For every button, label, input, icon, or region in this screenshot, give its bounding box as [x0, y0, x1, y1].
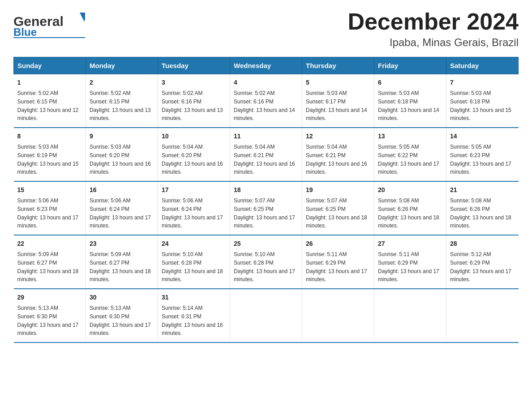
calendar-cell: 15 Sunrise: 5:06 AMSunset: 6:23 PMDaylig…	[14, 181, 86, 235]
day-number: 8	[17, 132, 82, 141]
day-info: Sunrise: 5:07 AMSunset: 6:25 PMDaylight:…	[306, 197, 367, 229]
day-info: Sunrise: 5:02 AMSunset: 6:15 PMDaylight:…	[90, 90, 151, 121]
weekday-header: Tuesday	[158, 57, 230, 74]
calendar-cell	[446, 289, 519, 342]
calendar-cell: 29 Sunrise: 5:13 AMSunset: 6:30 PMDaylig…	[14, 289, 86, 342]
calendar-cell: 7 Sunrise: 5:03 AMSunset: 6:18 PMDayligh…	[446, 74, 519, 128]
day-info: Sunrise: 5:14 AMSunset: 6:31 PMDaylight:…	[162, 305, 223, 336]
calendar-cell: 16 Sunrise: 5:06 AMSunset: 6:24 PMDaylig…	[86, 181, 158, 235]
day-number: 16	[90, 185, 154, 195]
calendar-week-row: 22 Sunrise: 5:09 AMSunset: 6:27 PMDaylig…	[14, 235, 519, 289]
day-info: Sunrise: 5:10 AMSunset: 6:28 PMDaylight:…	[234, 251, 295, 283]
day-number: 11	[234, 132, 298, 141]
page-subtitle: Ipaba, Minas Gerais, Brazil	[348, 36, 519, 49]
day-number: 24	[162, 239, 226, 248]
title-block: December 2024 Ipaba, Minas Gerais, Brazi…	[348, 9, 519, 49]
weekday-header-row: SundayMondayTuesdayWednesdayThursdayFrid…	[14, 57, 519, 74]
calendar-cell: 9 Sunrise: 5:03 AMSunset: 6:20 PMDayligh…	[86, 128, 158, 181]
day-info: Sunrise: 5:04 AMSunset: 6:21 PMDaylight:…	[306, 144, 367, 175]
day-info: Sunrise: 5:03 AMSunset: 6:17 PMDaylight:…	[306, 90, 367, 121]
day-info: Sunrise: 5:03 AMSunset: 6:19 PMDaylight:…	[17, 144, 79, 175]
day-number: 13	[378, 132, 442, 141]
day-info: Sunrise: 5:08 AMSunset: 6:26 PMDaylight:…	[450, 197, 511, 229]
day-info: Sunrise: 5:04 AMSunset: 6:21 PMDaylight:…	[234, 144, 295, 175]
calendar-cell: 13 Sunrise: 5:05 AMSunset: 6:22 PMDaylig…	[374, 128, 446, 181]
calendar-cell: 23 Sunrise: 5:09 AMSunset: 6:27 PMDaylig…	[86, 235, 158, 289]
calendar-cell	[374, 289, 446, 342]
day-number: 14	[450, 132, 515, 141]
calendar-cell: 11 Sunrise: 5:04 AMSunset: 6:21 PMDaylig…	[230, 128, 302, 181]
calendar-cell: 5 Sunrise: 5:03 AMSunset: 6:17 PMDayligh…	[302, 74, 374, 128]
calendar-cell: 31 Sunrise: 5:14 AMSunset: 6:31 PMDaylig…	[158, 289, 230, 342]
day-info: Sunrise: 5:10 AMSunset: 6:28 PMDaylight:…	[162, 251, 223, 283]
weekday-header: Sunday	[14, 57, 86, 74]
day-info: Sunrise: 5:02 AMSunset: 6:15 PMDaylight:…	[17, 90, 79, 121]
day-number: 12	[306, 132, 370, 141]
day-info: Sunrise: 5:07 AMSunset: 6:25 PMDaylight:…	[234, 197, 295, 229]
page-header: General Blue December 2024 Ipaba, Minas …	[13, 9, 519, 49]
day-number: 17	[162, 185, 226, 195]
day-number: 9	[90, 132, 154, 141]
calendar-cell: 14 Sunrise: 5:05 AMSunset: 6:23 PMDaylig…	[446, 128, 519, 181]
day-info: Sunrise: 5:03 AMSunset: 6:20 PMDaylight:…	[90, 144, 151, 175]
day-info: Sunrise: 5:12 AMSunset: 6:29 PMDaylight:…	[450, 251, 511, 283]
day-info: Sunrise: 5:05 AMSunset: 6:23 PMDaylight:…	[450, 144, 511, 175]
day-info: Sunrise: 5:09 AMSunset: 6:27 PMDaylight:…	[17, 251, 79, 283]
day-number: 5	[306, 78, 370, 87]
day-number: 18	[234, 185, 298, 195]
day-number: 29	[17, 293, 82, 302]
day-info: Sunrise: 5:11 AMSunset: 6:29 PMDaylight:…	[306, 251, 367, 283]
day-number: 6	[378, 78, 442, 87]
day-number: 28	[450, 239, 515, 248]
calendar-cell: 4 Sunrise: 5:02 AMSunset: 6:16 PMDayligh…	[230, 74, 302, 128]
day-number: 15	[17, 185, 82, 195]
calendar-cell: 1 Sunrise: 5:02 AMSunset: 6:15 PMDayligh…	[14, 74, 86, 128]
day-info: Sunrise: 5:09 AMSunset: 6:27 PMDaylight:…	[90, 251, 151, 283]
calendar-cell: 26 Sunrise: 5:11 AMSunset: 6:29 PMDaylig…	[302, 235, 374, 289]
day-info: Sunrise: 5:05 AMSunset: 6:22 PMDaylight:…	[378, 144, 439, 175]
day-number: 1	[17, 78, 82, 87]
day-number: 23	[90, 239, 154, 248]
calendar-cell: 8 Sunrise: 5:03 AMSunset: 6:19 PMDayligh…	[14, 128, 86, 181]
calendar-cell: 10 Sunrise: 5:04 AMSunset: 6:20 PMDaylig…	[158, 128, 230, 181]
day-info: Sunrise: 5:13 AMSunset: 6:30 PMDaylight:…	[90, 305, 151, 336]
weekday-header: Monday	[86, 57, 158, 74]
logo: General Blue	[13, 9, 85, 42]
day-number: 4	[234, 78, 298, 87]
calendar-cell	[230, 289, 302, 342]
day-number: 27	[378, 239, 442, 248]
weekday-header: Saturday	[446, 57, 519, 74]
calendar-table: SundayMondayTuesdayWednesdayThursdayFrid…	[13, 57, 519, 343]
calendar-week-row: 29 Sunrise: 5:13 AMSunset: 6:30 PMDaylig…	[14, 289, 519, 342]
day-info: Sunrise: 5:11 AMSunset: 6:29 PMDaylight:…	[378, 251, 439, 283]
day-number: 19	[306, 185, 370, 195]
weekday-header: Friday	[374, 57, 446, 74]
weekday-header: Thursday	[302, 57, 374, 74]
calendar-cell: 25 Sunrise: 5:10 AMSunset: 6:28 PMDaylig…	[230, 235, 302, 289]
page-title: December 2024	[348, 9, 519, 34]
calendar-week-row: 15 Sunrise: 5:06 AMSunset: 6:23 PMDaylig…	[14, 181, 519, 235]
day-info: Sunrise: 5:06 AMSunset: 6:24 PMDaylight:…	[162, 197, 223, 229]
day-number: 30	[90, 293, 154, 302]
calendar-cell: 3 Sunrise: 5:02 AMSunset: 6:16 PMDayligh…	[158, 74, 230, 128]
svg-rect-3	[13, 37, 85, 38]
calendar-cell: 20 Sunrise: 5:08 AMSunset: 6:26 PMDaylig…	[374, 181, 446, 235]
calendar-cell: 28 Sunrise: 5:12 AMSunset: 6:29 PMDaylig…	[446, 235, 519, 289]
calendar-week-row: 8 Sunrise: 5:03 AMSunset: 6:19 PMDayligh…	[14, 128, 519, 181]
day-number: 26	[306, 239, 370, 248]
day-info: Sunrise: 5:03 AMSunset: 6:18 PMDaylight:…	[450, 90, 511, 121]
weekday-header: Wednesday	[230, 57, 302, 74]
calendar-cell: 12 Sunrise: 5:04 AMSunset: 6:21 PMDaylig…	[302, 128, 374, 181]
calendar-cell: 6 Sunrise: 5:03 AMSunset: 6:18 PMDayligh…	[374, 74, 446, 128]
day-number: 10	[162, 132, 226, 141]
day-info: Sunrise: 5:04 AMSunset: 6:20 PMDaylight:…	[162, 144, 223, 175]
svg-marker-1	[80, 13, 85, 21]
calendar-cell: 30 Sunrise: 5:13 AMSunset: 6:30 PMDaylig…	[86, 289, 158, 342]
day-info: Sunrise: 5:06 AMSunset: 6:24 PMDaylight:…	[90, 197, 151, 229]
calendar-cell: 19 Sunrise: 5:07 AMSunset: 6:25 PMDaylig…	[302, 181, 374, 235]
day-info: Sunrise: 5:08 AMSunset: 6:26 PMDaylight:…	[378, 197, 439, 229]
svg-text:Blue: Blue	[13, 26, 37, 38]
day-number: 2	[90, 78, 154, 87]
logo-image: General Blue	[13, 9, 85, 40]
day-number: 20	[378, 185, 442, 195]
